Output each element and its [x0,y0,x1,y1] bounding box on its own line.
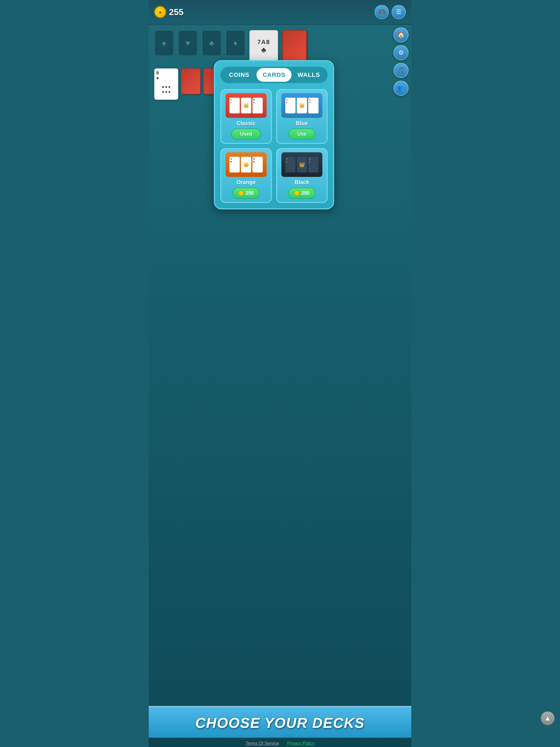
card-item-orange: A♣ 👑 K♣ Orange 250 [221,148,272,203]
bottom-banner: CHOOSE YOUR DECKS [149,706,411,738]
price-coin-black [294,190,300,196]
deck-selection-panel: COINS CARDS WALLS A♦ 👑 K [214,60,334,209]
black-label: Black [295,179,309,185]
music-button[interactable]: 🎵 [393,63,408,78]
black-price: 250 [301,190,309,196]
tab-bar: COINS CARDS WALLS [221,67,328,83]
tab-cards[interactable]: CARDS [256,68,291,82]
card-preview-classic: A♦ 👑 K♠ [226,93,266,118]
friends-button[interactable]: 👥 [393,81,408,96]
blue-use-button[interactable]: Use [288,129,315,140]
blue-label: Blue [296,120,308,126]
cards-grid: A♦ 👑 K♠ Classic Used [221,89,328,203]
side-nav: 🏠 ⚙ 🎵 👥 [391,25,411,98]
terms-link[interactable]: Terms Of Service [246,741,279,746]
card-item-classic: A♦ 👑 K♠ Classic Used [221,89,272,144]
black-buy-button[interactable]: 250 [288,187,315,199]
privacy-link[interactable]: Privacy Policy [287,741,315,746]
header-right: 🎮 ☰ [375,5,406,19]
coins-count: 255 [169,7,183,17]
classic-used-button[interactable]: Used [231,129,261,140]
coins-display: ● 255 [154,6,183,18]
orange-label: Orange [236,179,256,185]
menu-button[interactable]: ☰ [391,5,406,19]
scroll-button[interactable]: ▲ [541,712,555,725]
header-bar: ● 255 🎮 ☰ [149,0,411,25]
facedown-card-1 [181,68,201,94]
table-area: ♠ ♥ ♣ ♦ 7A8 ♣ 6 ♠ ♠♠♠ ♠♠♠ [149,25,411,706]
coin-icon: ● [154,6,166,18]
spade-pile: ♠ [154,30,174,56]
card-piles-top: ♠ ♥ ♣ ♦ 7A8 ♣ [154,30,406,63]
gamepad-button[interactable]: 🎮 [375,5,389,19]
card-preview-blue: A♥ 👑 K♥ [281,93,322,118]
card-item-blue: A♥ 👑 K♥ Blue Use [276,89,328,144]
six-spades-card: 6 ♠ ♠♠♠ ♠♠♠ [154,68,178,100]
number-card: 7A8 ♣ [249,30,278,63]
card-back-top [282,30,307,61]
game-area: ● 255 🎮 ☰ 🏠 ⚙ 🎵 👥 ♠ ♥ ♣ ♦ 7A8 ♣ [149,0,411,747]
card-preview-black: A♠ 👑 K♠ [281,152,322,177]
footer-links: Terms Of Service Privacy Policy [149,738,411,747]
settings-button[interactable]: ⚙ [393,45,408,60]
heart-pile: ♥ [178,30,198,56]
choose-decks-title: CHOOSE YOUR DECKS [154,715,406,731]
classic-label: Classic [236,120,256,126]
card-item-black: A♠ 👑 K♠ Black 250 [276,148,328,203]
card-preview-orange: A♣ 👑 K♣ [226,152,266,177]
diamond-pile: ♦ [226,30,245,56]
tab-coins[interactable]: COINS [222,68,256,82]
orange-price: 250 [246,190,254,196]
price-coin-orange [238,190,244,196]
tab-walls[interactable]: WALLS [291,68,326,82]
home-button[interactable]: 🏠 [393,27,408,42]
club-pile: ♣ [202,30,222,56]
orange-buy-button[interactable]: 250 [232,187,260,199]
